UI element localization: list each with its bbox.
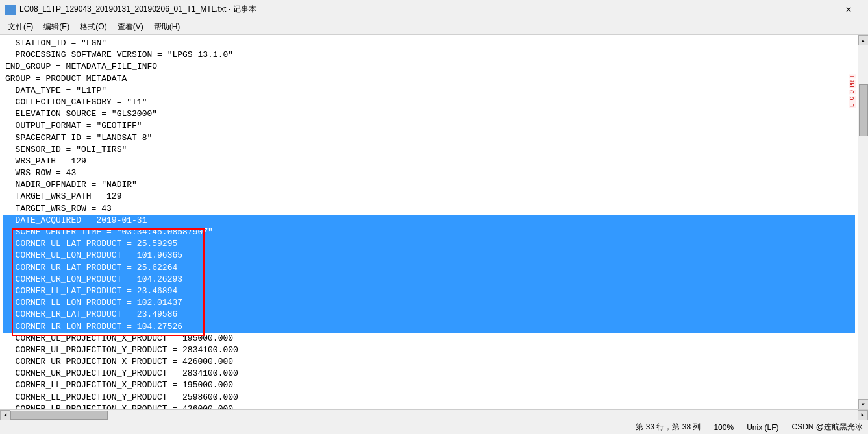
side-label-4: L_C: [849, 96, 856, 108]
h-scroll-track[interactable]: [10, 410, 858, 420]
side-label-1: T: [849, 74, 856, 78]
line-ending: Unix (LF): [747, 423, 778, 432]
close-button[interactable]: ✕: [834, 0, 863, 19]
editor-main: STATION_ID = "LGN" PROCESSING_SOFTWARE_V…: [0, 35, 868, 409]
zoom-level: 100%: [713, 423, 734, 432]
scroll-right-button[interactable]: ►: [858, 410, 868, 420]
scroll-thumb[interactable]: [859, 84, 868, 136]
text-content: STATION_ID = "LGN" PROCESSING_SOFTWARE_V…: [0, 38, 858, 409]
scroll-track[interactable]: [858, 45, 869, 399]
h-scroll-thumb[interactable]: [10, 411, 108, 420]
side-annotations: T PR O L_C: [849, 35, 856, 409]
maximize-button[interactable]: □: [804, 0, 834, 19]
editor-content[interactable]: STATION_ID = "LGN" PROCESSING_SOFTWARE_V…: [0, 35, 858, 409]
side-label-3: O: [849, 90, 856, 94]
menu-file[interactable]: 文件(F): [3, 20, 38, 34]
side-label-2: PR: [849, 80, 856, 88]
window-controls: ─ □ ✕: [775, 0, 863, 19]
menu-help[interactable]: 帮助(H): [149, 20, 186, 34]
status-bar: 第 33 行，第 38 列 100% Unix (LF) CSDN @连航黑光冰: [0, 420, 868, 434]
horizontal-scrollbar[interactable]: ◄ ►: [0, 409, 868, 420]
app-icon: [5, 5, 16, 15]
menu-edit[interactable]: 编辑(E): [38, 20, 75, 34]
scroll-down-button[interactable]: ▼: [858, 399, 869, 409]
menu-format[interactable]: 格式(O): [75, 20, 112, 34]
cursor-position: 第 33 行，第 38 列: [636, 422, 701, 433]
scroll-up-button[interactable]: ▲: [858, 35, 869, 45]
vertical-scrollbar[interactable]: ▲ T PR O L_C ▼: [858, 35, 868, 409]
scroll-left-button[interactable]: ◄: [0, 410, 10, 420]
menu-view[interactable]: 查看(V): [112, 20, 149, 34]
title-bar: LC08_L1TP_129043_20190131_20190206_01_T1…: [0, 0, 868, 19]
menu-bar: 文件(F) 编辑(E) 格式(O) 查看(V) 帮助(H): [0, 19, 868, 35]
editor-wrapper: STATION_ID = "LGN" PROCESSING_SOFTWARE_V…: [0, 35, 868, 420]
minimize-button[interactable]: ─: [775, 0, 804, 19]
window-title: LC08_L1TP_129043_20190131_20190206_01_T1…: [19, 4, 775, 15]
encoding-info: CSDN @连航黑光冰: [791, 422, 863, 433]
